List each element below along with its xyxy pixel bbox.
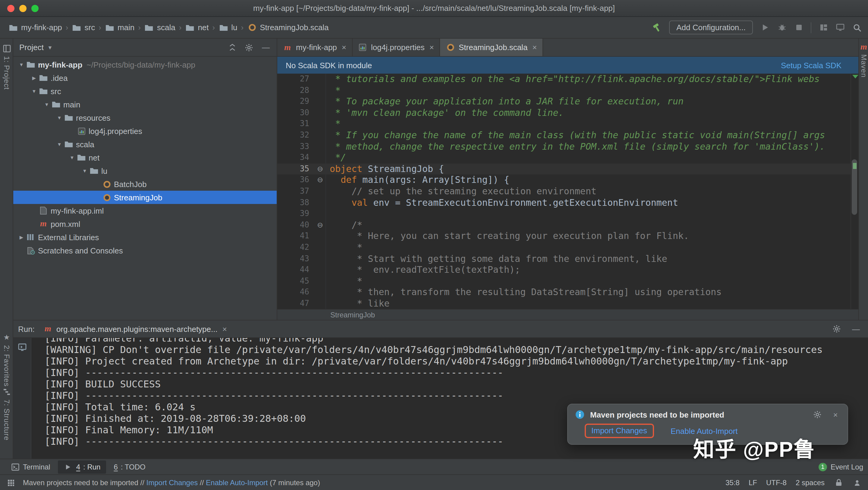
fold-marker[interactable]: ⊖ (315, 219, 326, 231)
breadcrumb-item-streamingjob-scala[interactable]: StreamingJob.scala (247, 23, 329, 32)
tree-collapse-arrow[interactable]: ▼ (80, 168, 89, 173)
tree-item-external-libraries[interactable]: ▶External Libraries (13, 231, 277, 244)
readonly-lock-icon[interactable] (834, 478, 843, 487)
run-settings-button[interactable] (832, 324, 841, 334)
breadcrumb-element[interactable]: StreamingJob (330, 311, 375, 319)
code-line-43[interactable]: 43 * Start with getting some data from t… (277, 253, 858, 264)
breadcrumb-item-src[interactable]: src (72, 23, 95, 32)
breadcrumb-item-net[interactable]: net (185, 23, 209, 32)
tool-button-terminal[interactable]: Terminal (5, 460, 56, 473)
tool-button-structure[interactable]: 7: Structure (0, 387, 13, 440)
code-line-42[interactable]: 42 * (277, 242, 858, 253)
code-line-34[interactable]: 34 */ (277, 152, 858, 163)
scrollbar-thumb[interactable] (852, 159, 857, 215)
build-project-button[interactable] (652, 23, 662, 32)
code-line-35[interactable]: 35⊖object StreamingJob { (277, 164, 858, 175)
preview-button[interactable] (835, 23, 845, 32)
debug-button[interactable] (777, 23, 786, 32)
close-run-tab-button[interactable]: × (222, 324, 227, 334)
code-line-30[interactable]: 30 * 'mvn clean package' on the command … (277, 108, 858, 119)
code-editor[interactable]: 27 * tutorials and examples on the <a hr… (277, 74, 858, 309)
code-line-41[interactable]: 41 * Here, you can start creating your e… (277, 231, 858, 242)
editor-tab-log4j-properties[interactable]: log4j.properties× (352, 39, 440, 56)
code-line-28[interactable]: 28 * (277, 85, 858, 96)
code-line-37[interactable]: 37 // set up the streaming execution env… (277, 186, 858, 197)
tree-expand-arrow[interactable]: ▶ (17, 234, 26, 240)
fold-marker[interactable]: ⊖ (315, 164, 326, 175)
tree-item-my-fink-app[interactable]: ▼my-fink-app~/Projects/big-data/my-fink-… (13, 58, 277, 71)
code-line-44[interactable]: 44 * env.readTextFile(textPath); (277, 264, 858, 276)
tool-button-favorites[interactable]: ★ 2: Favorites (0, 333, 13, 386)
tool-button-6-todo[interactable]: 6: TODO (108, 461, 151, 473)
code-line-32[interactable]: 32 * If you change the name of the main … (277, 130, 858, 141)
collapse-all-button[interactable] (227, 42, 237, 52)
tree-item-src[interactable]: ▼src (13, 85, 277, 98)
run-console-tab[interactable]: m org.apache.maven.plugins:maven-archety… (43, 324, 227, 334)
code-line-40[interactable]: 40⊖ /* (277, 219, 858, 231)
code-line-38[interactable]: 38 val env = StreamExecutionEnvironment.… (277, 197, 858, 208)
fold-marker[interactable]: ⊖ (315, 175, 326, 186)
editor-scrollbar[interactable] (850, 74, 858, 309)
code-line-46[interactable]: 46 * then, transform the resulting DataS… (277, 287, 858, 298)
minimize-window-button[interactable] (19, 5, 27, 12)
code-line-27[interactable]: 27 * tutorials and examples on the <a hr… (277, 74, 858, 85)
run-button[interactable] (760, 23, 770, 32)
breadcrumb-item-scala[interactable]: scala (144, 23, 176, 32)
import-changes-link[interactable]: Import Changes (591, 426, 647, 435)
tool-button-4-run[interactable]: 4: Run (58, 460, 106, 473)
editor-tab-streamingjob-scala[interactable]: StreamingJob.scala× (440, 39, 543, 56)
tree-item-scala[interactable]: ▼scala (13, 138, 277, 151)
tree-item-pom-xml[interactable]: mpom.xml (13, 217, 277, 231)
tree-collapse-arrow[interactable]: ▼ (17, 62, 26, 67)
stop-button[interactable] (794, 23, 804, 32)
highlighting-level-icon[interactable] (852, 478, 862, 487)
code-line-36[interactable]: 36⊖ def main(args: Array[String]) { (277, 175, 858, 186)
tree-item-lu[interactable]: ▼lu (13, 164, 277, 177)
show-console-button[interactable] (17, 342, 27, 352)
code-line-29[interactable]: 29 * To package your application into a … (277, 96, 858, 107)
search-everywhere-button[interactable] (852, 23, 862, 32)
tree-item-streamingjob[interactable]: StreamingJob (13, 191, 277, 204)
code-line-33[interactable]: 33 * method, change the respective entry… (277, 141, 858, 152)
add-configuration-button[interactable]: Add Configuration... (669, 21, 753, 34)
tree-collapse-arrow[interactable]: ▼ (67, 155, 76, 160)
status-link-enable-auto-import[interactable]: Enable Auto-Import (206, 478, 268, 487)
caret-position-widget[interactable]: 35:8 (725, 478, 740, 487)
event-log-button[interactable]: 1 Event Log (818, 463, 863, 471)
tree-item-idea[interactable]: ▶.idea (13, 71, 277, 85)
close-tab-button[interactable]: × (532, 43, 537, 52)
tree-item-batchjob[interactable]: BatchJob (13, 177, 277, 191)
breadcrumb-item-my-fink-app[interactable]: my-fink-app (8, 23, 62, 32)
balloon-settings-button[interactable] (812, 410, 822, 420)
tree-collapse-arrow[interactable]: ▼ (30, 88, 38, 94)
code-line-39[interactable]: 39 (277, 208, 858, 219)
tool-button-maven[interactable]: m Maven (859, 42, 868, 78)
project-panel-title[interactable]: Project (19, 43, 44, 52)
breadcrumb-item-lu[interactable]: lu (218, 23, 237, 32)
breadcrumb-item-main[interactable]: main (105, 23, 134, 32)
tree-item-main[interactable]: ▼main (13, 98, 277, 111)
close-tab-button[interactable]: × (342, 43, 346, 52)
hide-panel-button[interactable]: — (261, 42, 271, 52)
close-window-button[interactable] (7, 5, 14, 12)
tree-item-scratches-and-consoles[interactable]: Scratches and Consoles (13, 244, 277, 257)
setup-scala-sdk-link[interactable]: Setup Scala SDK (781, 61, 850, 70)
hide-run-panel-button[interactable]: — (851, 324, 861, 334)
zoom-window-button[interactable] (31, 5, 38, 12)
code-line-47[interactable]: 47 * like (277, 298, 858, 309)
editor-tab-my-fink-app[interactable]: mmy-fink-app× (277, 39, 352, 56)
indent-style-widget[interactable]: 2 spaces (796, 478, 825, 487)
tree-collapse-arrow[interactable]: ▼ (55, 115, 64, 120)
tree-collapse-arrow[interactable]: ▼ (42, 102, 51, 107)
project-settings-button[interactable] (244, 42, 254, 52)
line-separator-widget[interactable]: LF (749, 478, 757, 487)
project-structure-button[interactable] (818, 23, 828, 32)
tree-item-resources[interactable]: ▼resources (13, 111, 277, 124)
tree-item-log4j-properties[interactable]: log4j.properties (13, 124, 277, 138)
file-encoding-widget[interactable]: UTF-8 (766, 478, 786, 487)
close-tab-button[interactable]: × (430, 43, 434, 52)
code-line-31[interactable]: 31 * (277, 119, 858, 130)
status-link-import-changes[interactable]: Import Changes (147, 478, 198, 487)
balloon-close-button[interactable]: × (831, 410, 840, 420)
tree-collapse-arrow[interactable]: ▼ (55, 142, 64, 147)
